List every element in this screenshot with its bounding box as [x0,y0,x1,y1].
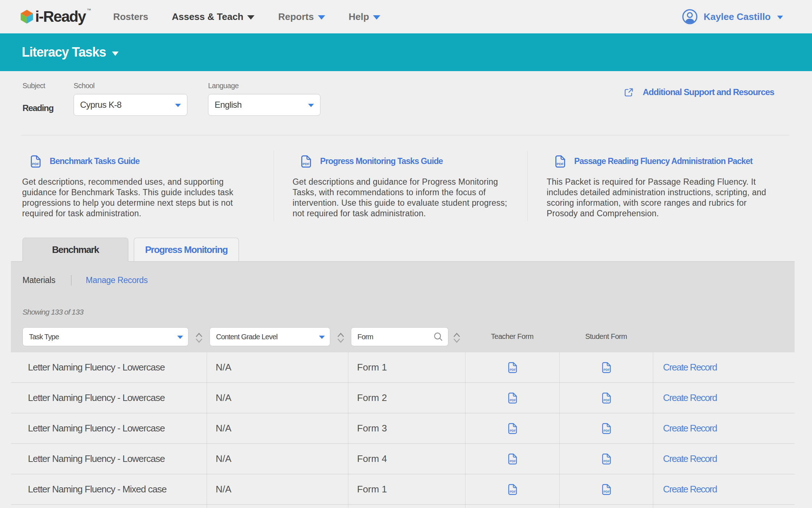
guide-description: This Packet is required for Passage Read… [547,177,771,219]
pdf-download-icon[interactable]: PDF [508,393,517,403]
chevron-down-icon [308,104,314,107]
pdf-download-icon[interactable]: PDF [602,454,611,464]
chevron-down-icon [777,16,783,19]
search-icon [434,332,443,341]
pdf-download-icon[interactable]: PDF [508,362,517,373]
user-name: Kaylee Castillo [704,11,771,22]
table-row: Letter Naming Fluency - Lowercase N/A Fo… [11,413,795,444]
sort-content-grade-level[interactable] [337,332,344,345]
table-row: Letter Naming Fluency - Mixed case N/A F… [11,474,795,505]
teacher-form-cell: PDF [465,383,559,413]
language-dropdown[interactable]: English [208,94,320,116]
guide-title: Passage Reading Fluency Administration P… [574,156,753,166]
action-cell: Create Record [653,352,795,382]
guide-divider [527,151,528,221]
grade-cell [207,505,348,508]
svg-text:PDF: PDF [509,398,515,402]
nav-rosters[interactable]: Rosters [113,11,148,22]
guide-title: Progress Monitoring Tasks Guide [320,156,443,166]
guide-benchmark-link[interactable]: PDF Benchmark Tasks Guide [31,155,247,167]
pdf-icon: PDF [301,155,311,168]
chevron-down-icon [319,336,325,339]
create-record-link[interactable]: Create Record [663,392,717,403]
pdf-download-icon[interactable]: PDF [602,423,611,434]
sort-task-type[interactable] [195,332,203,345]
task-type-cell [11,505,207,508]
pdf-download-icon[interactable]: PDF [602,362,611,373]
svg-text:PDF: PDF [603,489,609,493]
user-avatar-icon [682,9,698,25]
trademark: ™ [87,8,91,12]
chevron-down-icon [318,15,325,20]
guide-benchmark: PDF Benchmark Tasks Guide Get descriptio… [22,155,247,219]
school-dropdown[interactable]: Cyprus K-8 [74,94,187,116]
view-materials[interactable]: Materials [22,275,55,285]
grade-cell: N/A [207,474,348,504]
tab-progress-monitoring[interactable]: Progress Monitoring [134,238,239,261]
tab-benchmark[interactable]: Benchmark [22,238,128,262]
pdf-download-icon[interactable]: PDF [602,484,611,495]
content-grade-level-dropdown[interactable]: Content Grade Level [210,327,330,346]
task-type-cell: Letter Naming Fluency - Mixed case [11,474,207,504]
pdf-download-icon[interactable]: PDF [508,484,517,495]
nav-help[interactable]: Help [349,11,380,22]
main-nav: Rosters Assess & Teach Reports Help [113,11,380,22]
chevron-down-icon[interactable] [112,52,119,56]
additional-support-label: Additional Support and Resources [643,87,774,97]
brand-name: i-Ready™ [35,9,86,24]
create-record-link[interactable]: Create Record [663,453,717,464]
svg-text:PDF: PDF [509,459,515,463]
pdf-download-icon[interactable]: PDF [508,454,517,464]
form-search-input[interactable]: Form [351,327,448,346]
external-link-icon [624,88,633,97]
pdf-download-icon[interactable]: PDF [508,423,517,434]
user-menu[interactable]: Kaylee Castillo [682,9,783,25]
grade-cell: N/A [207,383,348,413]
svg-text:PDF: PDF [32,161,39,165]
guide-title: Benchmark Tasks Guide [50,156,140,166]
page-title: Literacy Tasks [22,45,106,60]
sort-form[interactable] [453,332,460,345]
student-form-cell [559,505,653,508]
student-form-cell: PDF [559,383,653,413]
svg-text:PDF: PDF [509,429,515,432]
page-banner: Literacy Tasks [0,33,812,71]
chevron-down-icon [177,336,183,339]
action-cell: Create Record [653,413,795,443]
view-switcher: Materials Manage Records [22,275,148,286]
iready-logo[interactable]: i-Ready™ [21,9,86,24]
nav-assess-teach[interactable]: Assess & Teach [172,11,255,22]
create-record-link[interactable]: Create Record [663,484,717,495]
materials-table: Letter Naming Fluency - Lowercase N/A Fo… [11,352,795,508]
column-header-teacher-form: Teacher Form [491,332,533,341]
benchmark-panel: Materials Manage Records Showing 133 of … [11,261,795,352]
subject-filter: Subject Reading [22,81,53,113]
action-cell: Create Record [653,383,795,413]
grade-cell: N/A [207,444,348,474]
guide-passage-reading-link[interactable]: PDF Passage Reading Fluency Administrati… [555,155,771,167]
nav-reports[interactable]: Reports [278,11,325,22]
create-record-link[interactable]: Create Record [663,362,717,373]
student-form-cell: PDF [559,352,653,382]
svg-text:PDF: PDF [557,161,564,165]
action-cell: Create Record [653,444,795,474]
view-manage-records[interactable]: Manage Records [86,275,148,285]
chevron-down-icon [373,15,380,20]
top-nav: i-Ready™ Rosters Assess & Teach Reports … [0,0,812,33]
column-header-student-form: Student Form [585,332,627,341]
create-record-link[interactable]: Create Record [663,423,717,434]
task-type-dropdown[interactable]: Task Type [22,327,188,346]
guide-progress-monitoring: PDF Progress Monitoring Tasks Guide Get … [293,155,517,219]
form-cell [348,505,465,508]
guide-progress-monitoring-link[interactable]: PDF Progress Monitoring Tasks Guide [301,155,517,167]
table-row: Letter Naming Fluency - Lowercase N/A Fo… [11,383,795,413]
student-form-cell: PDF [559,444,653,474]
showing-count: Showing 133 of 133 [22,308,83,316]
additional-support-link[interactable]: Additional Support and Resources [624,87,774,97]
teacher-form-cell: PDF [465,352,559,382]
language-label: Language [208,81,320,90]
pdf-download-icon[interactable]: PDF [602,393,611,403]
grade-cell: N/A [207,352,348,382]
teacher-form-cell: PDF [465,444,559,474]
tab-bar: Benchmark Progress Monitoring [0,238,812,261]
